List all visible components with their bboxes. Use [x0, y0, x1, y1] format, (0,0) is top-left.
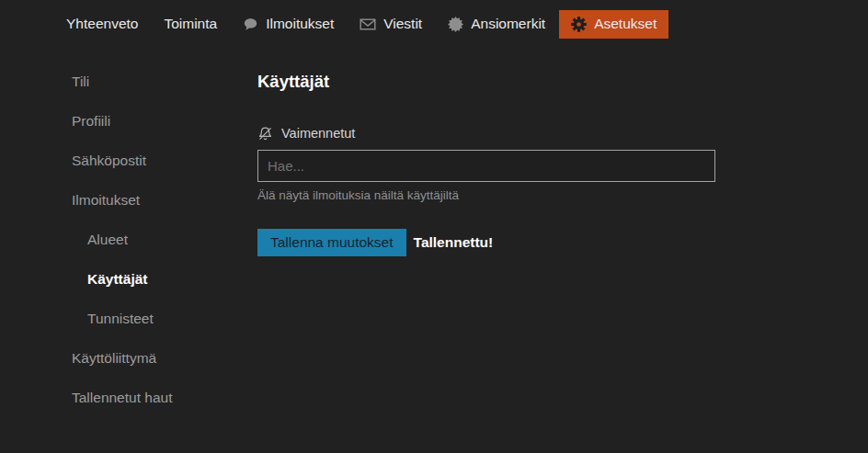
- nav-item-asetukset[interactable]: Asetukset: [559, 10, 668, 39]
- speech-bubble-icon: [243, 17, 258, 32]
- nav-item-label: Viestit: [383, 17, 422, 31]
- sidebar-item-tunnisteet[interactable]: Tunnisteet: [72, 311, 172, 327]
- muted-users-label-text: Vaimennetut: [281, 127, 355, 141]
- gear-icon: [571, 17, 587, 32]
- nav-item-viestit[interactable]: Viestit: [360, 17, 422, 31]
- nav-item-toiminta[interactable]: Toiminta: [164, 17, 217, 31]
- settings-main-panel: Käyttäjät Vaimennetut Älä näytä ilmoituk…: [257, 74, 736, 256]
- nav-item-ansiomerkit[interactable]: Ansiomerkit: [448, 17, 545, 32]
- save-changes-button[interactable]: Tallenna muutokset: [257, 229, 406, 256]
- bell-muted-icon: [257, 126, 273, 142]
- sidebar-item-tili[interactable]: Tili: [72, 74, 172, 90]
- muted-users-search-input[interactable]: [257, 150, 715, 182]
- envelope-icon: [360, 17, 376, 31]
- sidebar-item-tallennetut-haut[interactable]: Tallennetut haut: [72, 390, 172, 406]
- page-title: Käyttäjät: [257, 74, 736, 91]
- sidebar-item-profiili[interactable]: Profiili: [72, 113, 172, 130]
- save-actions-row: Tallenna muutokset Tallennettu!: [257, 229, 736, 256]
- sidebar-item-alueet[interactable]: Alueet: [72, 232, 172, 248]
- nav-item-label: Toiminta: [164, 17, 217, 31]
- nav-item-label: Ilmoitukset: [266, 17, 334, 31]
- top-navigation: Yhteenveto Toiminta Ilmoitukset Viestit …: [66, 8, 868, 40]
- nav-item-label: Asetukset: [594, 17, 657, 31]
- muted-users-label: Vaimennetut: [257, 126, 736, 142]
- nav-item-label: Ansiomerkit: [471, 17, 545, 31]
- muted-users-help-text: Älä näytä ilmoituksia näiltä käyttäjiltä: [257, 188, 736, 203]
- nav-item-yhteenveto[interactable]: Yhteenveto: [66, 17, 138, 31]
- nav-item-ilmoitukset[interactable]: Ilmoitukset: [243, 17, 334, 32]
- badge-seal-icon: [448, 17, 463, 32]
- settings-sidebar: Tili Profiili Sähköpostit Ilmoitukset Al…: [72, 74, 172, 429]
- sidebar-item-kayttajat[interactable]: Käyttäjät: [72, 271, 172, 288]
- sidebar-item-kayttoliittyma[interactable]: Käyttöliittymä: [72, 350, 172, 367]
- saved-status-message: Tallennettu!: [414, 235, 494, 250]
- sidebar-item-ilmoitukset[interactable]: Ilmoitukset: [72, 192, 172, 209]
- nav-item-label: Yhteenveto: [66, 17, 138, 31]
- sidebar-item-sahkopostit[interactable]: Sähköpostit: [72, 153, 172, 169]
